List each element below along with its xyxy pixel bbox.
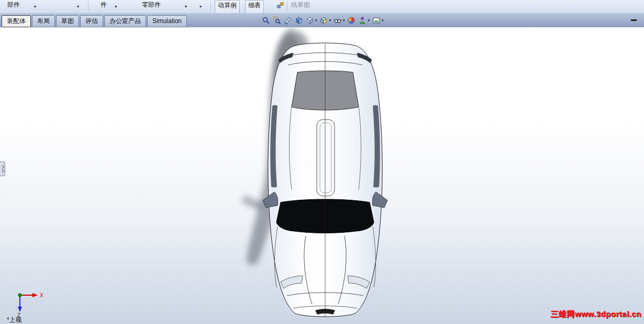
zoom-area-icon[interactable]	[272, 16, 282, 26]
dropdown-arrow-icon[interactable]: ▾	[382, 18, 384, 23]
tab-simulation[interactable]: Simulation	[147, 15, 187, 27]
tab-assembly[interactable]: 装配体	[2, 15, 31, 27]
chevron-right-icon	[1, 165, 4, 168]
ribbon-button-mate[interactable]: 件	[101, 1, 107, 9]
dropdown-arrow-icon[interactable]: ▾	[77, 5, 79, 9]
ribbon-button-explode-line-sketch[interactable]: 线草图	[291, 1, 310, 9]
command-manager-tab-row: 装配体 布局 草图 评估 办公室产品 Simulation ▾ ▾ ▾	[0, 13, 644, 28]
car-body[interactable]	[263, 43, 387, 317]
car-model-top-view[interactable]	[0, 27, 644, 324]
ribbon-button-motion-study[interactable]: 动算例	[215, 0, 240, 14]
reference-triad: X Z	[8, 285, 61, 319]
tab-evaluate[interactable]: 评估	[80, 15, 103, 27]
dropdown-arrow-icon[interactable]: ▾	[115, 5, 117, 9]
ribbon-strip: 部件 ▾ ▾ 件 ▾ 零部件 ▾ ▾ 动算例 细表 线草图	[0, 0, 644, 14]
feature-manager-flyout-tab[interactable]	[0, 161, 5, 176]
ribbon-separator	[287, 1, 287, 12]
hide-show-items-icon[interactable]	[332, 16, 342, 26]
view-orientation-icon[interactable]	[294, 16, 304, 26]
dropdown-arrow-icon[interactable]: ▾	[185, 5, 187, 9]
dropdown-arrow-icon[interactable]: ▾	[315, 18, 317, 23]
zoom-to-fit-icon[interactable]	[261, 16, 271, 26]
axis-y-origin-dot	[18, 294, 21, 297]
graphics-area[interactable]: X Z *上视 三维网www.3dportal.cn	[0, 27, 644, 324]
tab-layout[interactable]: 布局	[32, 15, 55, 27]
camera-views-icon[interactable]	[371, 16, 381, 26]
command-manager-tabs: 装配体 布局 草图 评估 办公室产品 Simulation	[2, 15, 187, 27]
ribbon-button-move-component[interactable]: 零部件	[142, 1, 161, 9]
view-orientation-label: *上视	[7, 316, 22, 324]
dropdown-arrow-icon[interactable]: ▾	[199, 5, 202, 9]
ribbon-separator	[210, 1, 211, 12]
dropdown-arrow-icon[interactable]: ▾	[368, 18, 370, 23]
exploded-view-icon[interactable]	[276, 2, 285, 10]
tab-office-products[interactable]: 办公室产品	[104, 15, 146, 27]
apply-scene-icon[interactable]	[358, 16, 368, 26]
minimize-ribbon-button[interactable]	[631, 19, 637, 21]
section-view-icon[interactable]	[283, 16, 293, 26]
heads-up-view-toolbar: ▾ ▾ ▾ ▾ ▾	[261, 15, 384, 26]
watermark-text: 三维网www.3dportal.cn	[551, 309, 641, 319]
dropdown-arrow-icon[interactable]: ▾	[343, 18, 345, 23]
dropdown-arrow-icon[interactable]: ▾	[34, 5, 36, 9]
ribbon-separator	[88, 1, 88, 12]
view-settings-icon[interactable]	[319, 16, 329, 26]
ribbon-button-bill-of-materials[interactable]: 细表	[245, 0, 264, 14]
ribbon-button-insert-component[interactable]: 部件	[7, 1, 20, 9]
axis-x-label: X	[40, 293, 43, 298]
dropdown-arrow-icon[interactable]: ▾	[329, 18, 331, 23]
display-style-icon[interactable]	[305, 16, 315, 26]
chevron-right-icon	[1, 169, 4, 172]
edit-appearance-icon[interactable]	[347, 16, 357, 26]
tab-sketch[interactable]: 草图	[56, 15, 79, 27]
